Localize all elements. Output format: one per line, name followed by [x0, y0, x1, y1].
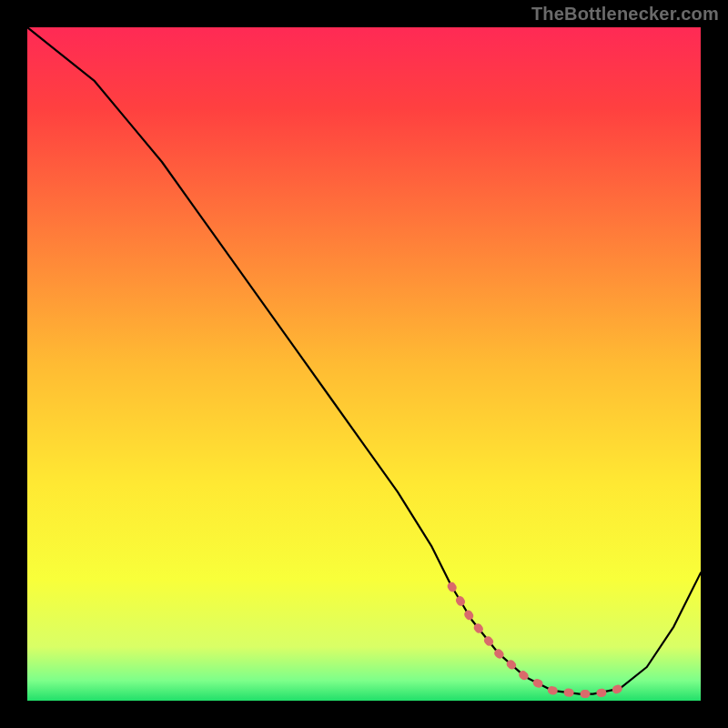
gradient-background — [27, 27, 701, 701]
plot-svg — [27, 27, 701, 701]
plot-area — [27, 27, 701, 701]
chart-container: TheBottlenecker.com — [0, 0, 728, 728]
attribution-label: TheBottlenecker.com — [531, 4, 719, 25]
